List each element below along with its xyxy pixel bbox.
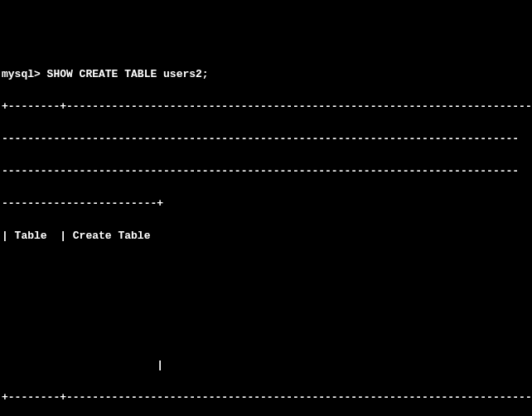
separator-line: ------------------------+: [2, 196, 530, 212]
separator-line: ----------------------------------------…: [2, 163, 530, 180]
blank-line: [2, 260, 530, 277]
table-header-end: |: [2, 357, 530, 374]
table-header: | Table | Create Table: [2, 228, 530, 244]
separator-line: +--------+------------------------------…: [2, 99, 530, 115]
mysql-prompt-line: mysql> SHOW CREATE TABLE users2;: [2, 66, 530, 83]
blank-line: [2, 293, 530, 309]
separator-line: +--------+------------------------------…: [2, 389, 530, 406]
separator-line: ----------------------------------------…: [2, 131, 530, 148]
blank-line: [2, 325, 530, 341]
